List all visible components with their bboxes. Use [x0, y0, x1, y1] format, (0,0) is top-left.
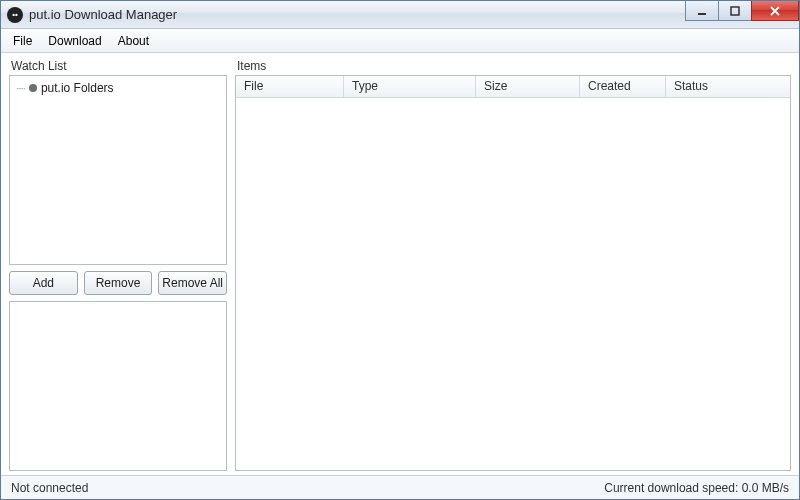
close-icon — [769, 6, 781, 16]
watchlist-label: Watch List — [9, 59, 227, 73]
items-column-headers: File Type Size Created Status — [236, 76, 790, 98]
right-column: Items File Type Size Created Status — [235, 59, 791, 471]
window-controls — [686, 1, 799, 28]
maximize-button[interactable] — [718, 1, 752, 21]
svg-rect-1 — [731, 7, 739, 15]
title-bar: •• put.io Download Manager — [1, 1, 799, 29]
minimize-icon — [697, 6, 707, 16]
items-body[interactable] — [236, 98, 790, 470]
watchlist-detail-panel — [9, 301, 227, 471]
remove-all-button[interactable]: Remove All — [158, 271, 227, 295]
tree-connector-icon: ····· — [16, 83, 25, 94]
column-header-type[interactable]: Type — [344, 76, 476, 97]
connection-status: Not connected — [11, 481, 88, 495]
maximize-icon — [730, 6, 740, 16]
folder-bullet-icon — [29, 84, 37, 92]
app-window: •• put.io Download Manager File Download… — [0, 0, 800, 500]
tree-item-root[interactable]: ····· put.io Folders — [12, 80, 224, 96]
close-button[interactable] — [751, 1, 799, 21]
watchlist-tree[interactable]: ····· put.io Folders — [9, 75, 227, 265]
status-bar: Not connected Current download speed: 0.… — [1, 475, 799, 499]
download-speed-status: Current download speed: 0.0 MB/s — [604, 481, 789, 495]
column-header-status[interactable]: Status — [666, 76, 790, 97]
items-label: Items — [235, 59, 791, 73]
remove-button[interactable]: Remove — [84, 271, 153, 295]
column-header-size[interactable]: Size — [476, 76, 580, 97]
menu-file[interactable]: File — [5, 31, 40, 51]
add-button[interactable]: Add — [9, 271, 78, 295]
items-list: File Type Size Created Status — [235, 75, 791, 471]
tree-item-label: put.io Folders — [41, 81, 114, 95]
watchlist-buttons: Add Remove Remove All — [9, 271, 227, 295]
minimize-button[interactable] — [685, 1, 719, 21]
column-header-file[interactable]: File — [236, 76, 344, 97]
menu-download[interactable]: Download — [40, 31, 109, 51]
left-column: Watch List ····· put.io Folders Add Remo… — [9, 59, 227, 471]
content-area: Watch List ····· put.io Folders Add Remo… — [1, 53, 799, 475]
menu-about[interactable]: About — [110, 31, 157, 51]
menu-bar: File Download About — [1, 29, 799, 53]
column-header-created[interactable]: Created — [580, 76, 666, 97]
svg-rect-0 — [698, 13, 706, 15]
app-icon: •• — [7, 7, 23, 23]
window-title: put.io Download Manager — [29, 7, 177, 22]
